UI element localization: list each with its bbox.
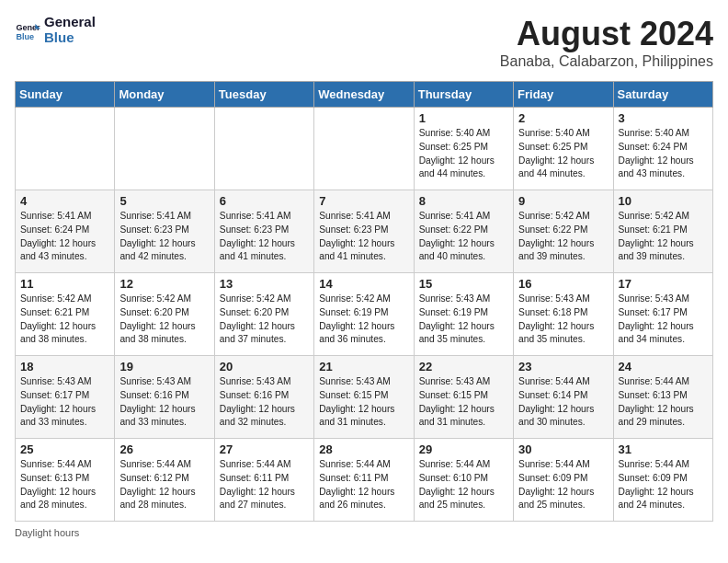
- logo: General Blue General Blue: [15, 15, 96, 45]
- day-cell: [214, 108, 313, 190]
- day-number: 25: [20, 442, 109, 456]
- day-info: Sunrise: 5:42 AM Sunset: 6:21 PM Dayligh…: [20, 293, 109, 347]
- day-cell: 7Sunrise: 5:41 AM Sunset: 6:23 PM Daylig…: [314, 190, 414, 273]
- day-number: 3: [619, 111, 708, 125]
- day-cell: 5Sunrise: 5:41 AM Sunset: 6:23 PM Daylig…: [115, 190, 214, 273]
- day-cell: 31Sunrise: 5:44 AM Sunset: 6:09 PM Dayli…: [613, 439, 712, 522]
- day-cell: [314, 108, 414, 190]
- svg-text:Blue: Blue: [16, 31, 34, 40]
- day-info: Sunrise: 5:44 AM Sunset: 6:14 PM Dayligh…: [518, 375, 608, 430]
- day-cell: 28Sunrise: 5:44 AM Sunset: 6:11 PM Dayli…: [314, 439, 414, 522]
- day-cell: 9Sunrise: 5:42 AM Sunset: 6:22 PM Daylig…: [514, 190, 613, 273]
- day-number: 6: [220, 194, 309, 208]
- day-info: Sunrise: 5:44 AM Sunset: 6:10 PM Dayligh…: [419, 458, 508, 512]
- header-saturday: Saturday: [613, 82, 712, 108]
- day-cell: 29Sunrise: 5:44 AM Sunset: 6:10 PM Dayli…: [414, 439, 513, 522]
- day-number: 16: [518, 277, 608, 291]
- day-info: Sunrise: 5:41 AM Sunset: 6:24 PM Dayligh…: [20, 210, 109, 264]
- day-cell: 18Sunrise: 5:43 AM Sunset: 6:17 PM Dayli…: [16, 356, 115, 439]
- day-cell: 30Sunrise: 5:44 AM Sunset: 6:09 PM Dayli…: [514, 439, 613, 522]
- day-cell: 4Sunrise: 5:41 AM Sunset: 6:24 PM Daylig…: [16, 190, 115, 273]
- day-info: Sunrise: 5:44 AM Sunset: 6:11 PM Dayligh…: [220, 458, 309, 512]
- day-cell: 1Sunrise: 5:40 AM Sunset: 6:25 PM Daylig…: [414, 108, 513, 190]
- day-number: 5: [119, 194, 209, 208]
- day-cell: [115, 108, 214, 190]
- day-cell: 13Sunrise: 5:42 AM Sunset: 6:20 PM Dayli…: [214, 273, 313, 356]
- day-info: Sunrise: 5:43 AM Sunset: 6:18 PM Dayligh…: [518, 293, 608, 347]
- day-info: Sunrise: 5:44 AM Sunset: 6:09 PM Dayligh…: [518, 458, 608, 512]
- day-number: 12: [119, 277, 209, 291]
- week-row-1: 4Sunrise: 5:41 AM Sunset: 6:24 PM Daylig…: [16, 190, 713, 273]
- day-info: Sunrise: 5:43 AM Sunset: 6:17 PM Dayligh…: [20, 375, 109, 430]
- day-cell: 3Sunrise: 5:40 AM Sunset: 6:24 PM Daylig…: [613, 108, 712, 190]
- day-number: 2: [518, 111, 608, 125]
- day-number: 20: [220, 360, 309, 373]
- day-number: 7: [319, 194, 408, 208]
- day-cell: 6Sunrise: 5:41 AM Sunset: 6:23 PM Daylig…: [214, 190, 313, 273]
- day-cell: 10Sunrise: 5:42 AM Sunset: 6:21 PM Dayli…: [613, 190, 712, 273]
- day-number: 17: [619, 277, 708, 291]
- day-number: 11: [20, 277, 109, 291]
- day-number: 14: [319, 277, 408, 291]
- subtitle: Banaba, Calabarzon, Philippines: [500, 53, 713, 70]
- day-number: 23: [518, 360, 608, 373]
- header-tuesday: Tuesday: [214, 82, 313, 108]
- day-cell: 27Sunrise: 5:44 AM Sunset: 6:11 PM Dayli…: [214, 439, 313, 522]
- day-info: Sunrise: 5:44 AM Sunset: 6:11 PM Dayligh…: [319, 458, 408, 512]
- day-cell: 23Sunrise: 5:44 AM Sunset: 6:14 PM Dayli…: [514, 356, 613, 439]
- day-cell: 15Sunrise: 5:43 AM Sunset: 6:19 PM Dayli…: [414, 273, 513, 356]
- day-info: Sunrise: 5:43 AM Sunset: 6:16 PM Dayligh…: [220, 375, 309, 430]
- day-info: Sunrise: 5:42 AM Sunset: 6:20 PM Dayligh…: [119, 293, 209, 347]
- day-info: Sunrise: 5:41 AM Sunset: 6:23 PM Dayligh…: [220, 210, 309, 264]
- day-number: 4: [20, 194, 109, 208]
- footer: Daylight hours: [15, 527, 713, 538]
- day-info: Sunrise: 5:42 AM Sunset: 6:21 PM Dayligh…: [619, 210, 708, 264]
- day-info: Sunrise: 5:41 AM Sunset: 6:22 PM Dayligh…: [419, 210, 508, 264]
- week-row-0: 1Sunrise: 5:40 AM Sunset: 6:25 PM Daylig…: [16, 108, 713, 190]
- day-info: Sunrise: 5:44 AM Sunset: 6:13 PM Dayligh…: [619, 375, 708, 430]
- day-cell: 19Sunrise: 5:43 AM Sunset: 6:16 PM Dayli…: [115, 356, 214, 439]
- day-number: 8: [419, 194, 508, 208]
- day-cell: [16, 108, 115, 190]
- calendar-body: 1Sunrise: 5:40 AM Sunset: 6:25 PM Daylig…: [16, 108, 713, 522]
- day-cell: 26Sunrise: 5:44 AM Sunset: 6:12 PM Dayli…: [115, 439, 214, 522]
- header-monday: Monday: [115, 82, 214, 108]
- day-cell: 2Sunrise: 5:40 AM Sunset: 6:25 PM Daylig…: [514, 108, 613, 190]
- day-number: 30: [518, 442, 608, 456]
- day-info: Sunrise: 5:43 AM Sunset: 6:15 PM Dayligh…: [419, 375, 508, 430]
- header-sunday: Sunday: [16, 82, 115, 108]
- day-number: 13: [220, 277, 309, 291]
- day-number: 27: [220, 442, 309, 456]
- logo-line1: General: [44, 15, 96, 30]
- day-number: 22: [419, 360, 508, 373]
- page-header: General Blue General Blue August 2024 Ba…: [15, 15, 713, 70]
- day-number: 18: [20, 360, 109, 373]
- day-info: Sunrise: 5:40 AM Sunset: 6:25 PM Dayligh…: [518, 127, 608, 181]
- day-info: Sunrise: 5:40 AM Sunset: 6:25 PM Dayligh…: [419, 127, 508, 181]
- day-number: 21: [319, 360, 408, 373]
- day-info: Sunrise: 5:43 AM Sunset: 6:19 PM Dayligh…: [419, 293, 508, 347]
- logo-line2: Blue: [44, 30, 96, 46]
- day-cell: 25Sunrise: 5:44 AM Sunset: 6:13 PM Dayli…: [16, 439, 115, 522]
- day-info: Sunrise: 5:44 AM Sunset: 6:09 PM Dayligh…: [619, 458, 708, 512]
- day-cell: 24Sunrise: 5:44 AM Sunset: 6:13 PM Dayli…: [613, 356, 712, 439]
- day-cell: 8Sunrise: 5:41 AM Sunset: 6:22 PM Daylig…: [414, 190, 513, 273]
- day-number: 28: [319, 442, 408, 456]
- day-cell: 11Sunrise: 5:42 AM Sunset: 6:21 PM Dayli…: [16, 273, 115, 356]
- logo-icon: General Blue: [15, 17, 40, 43]
- day-number: 19: [119, 360, 209, 373]
- day-cell: 12Sunrise: 5:42 AM Sunset: 6:20 PM Dayli…: [115, 273, 214, 356]
- title-block: August 2024 Banaba, Calabarzon, Philippi…: [500, 15, 713, 70]
- calendar-table: SundayMondayTuesdayWednesdayThursdayFrid…: [15, 81, 713, 522]
- day-info: Sunrise: 5:41 AM Sunset: 6:23 PM Dayligh…: [119, 210, 209, 264]
- calendar-header-row: SundayMondayTuesdayWednesdayThursdayFrid…: [16, 82, 713, 108]
- day-info: Sunrise: 5:42 AM Sunset: 6:19 PM Dayligh…: [319, 293, 408, 347]
- day-number: 26: [119, 442, 209, 456]
- day-info: Sunrise: 5:43 AM Sunset: 6:17 PM Dayligh…: [619, 293, 708, 347]
- day-info: Sunrise: 5:42 AM Sunset: 6:20 PM Dayligh…: [220, 293, 309, 347]
- day-cell: 21Sunrise: 5:43 AM Sunset: 6:15 PM Dayli…: [314, 356, 414, 439]
- day-info: Sunrise: 5:42 AM Sunset: 6:22 PM Dayligh…: [518, 210, 608, 264]
- day-number: 24: [619, 360, 708, 373]
- day-info: Sunrise: 5:41 AM Sunset: 6:23 PM Dayligh…: [319, 210, 408, 264]
- day-info: Sunrise: 5:44 AM Sunset: 6:13 PM Dayligh…: [20, 458, 109, 512]
